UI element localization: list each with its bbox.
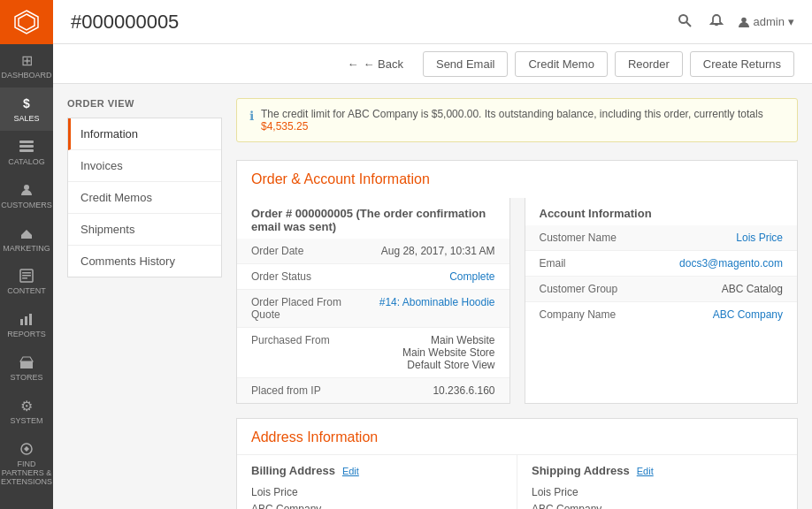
notifications-button[interactable] [706, 10, 727, 34]
send-email-label: Send Email [436, 57, 494, 71]
info-banner: ℹ The credit limit for ABC Company is $5… [236, 98, 798, 142]
sidebar-item-partners[interactable]: FIND PARTNERS & EXTENSIONS [0, 433, 53, 494]
system-icon: ⚙ [18, 397, 35, 414]
header-actions: admin ▾ [674, 10, 794, 34]
sidebar-item-catalog[interactable]: CATALOG [0, 131, 53, 174]
nav-item-invoices[interactable]: Invoices [68, 150, 221, 182]
address-section: Address Information Billing Address Edit… [236, 418, 798, 509]
svg-rect-9 [22, 275, 31, 277]
table-row: Company Name ABC Company [525, 302, 798, 328]
reorder-label: Reorder [628, 57, 670, 71]
sales-icon: $ [18, 95, 35, 112]
back-button[interactable]: ← ← Back [334, 52, 416, 76]
nav-item-shipments[interactable]: Shipments [68, 214, 221, 246]
table-row: Customer Name Lois Price [525, 225, 798, 251]
sidebar-item-reports[interactable]: REPORTS [0, 303, 53, 346]
svg-rect-6 [25, 235, 28, 239]
back-arrow-icon: ← [347, 57, 358, 71]
account-subtitle: Account Information [525, 198, 798, 225]
field-label: Customer Name [525, 225, 662, 251]
order-status-badge: Complete [449, 270, 494, 283]
svg-rect-14 [20, 361, 33, 368]
catalog-icon [18, 138, 35, 156]
table-row: Order Date Aug 28, 2017, 10:31 AM [237, 239, 509, 264]
sidebar-item-label: STORES [11, 374, 43, 383]
field-value: Complete [359, 264, 509, 290]
page-title: #000000005 [71, 11, 179, 34]
order-fields-table: Order Date Aug 28, 2017, 10:31 AM Order … [237, 239, 509, 403]
billing-address-title: Billing Address Edit [251, 464, 502, 477]
order-info-panel: Order # 000000005 (The order confirmatio… [236, 198, 510, 404]
sidebar-item-label: DASHBOARD [2, 72, 52, 80]
left-nav: ORDER VIEW Information Invoices Credit M… [67, 98, 222, 495]
sidebar-item-sales[interactable]: $ SALES [0, 87, 53, 131]
order-account-title: Order & Account Information [236, 160, 798, 198]
svg-rect-11 [20, 319, 23, 325]
create-returns-button[interactable]: Create Returns [690, 51, 794, 77]
field-value: #14: Abominable Hoodie [359, 290, 509, 328]
info-icon: ℹ [249, 109, 254, 123]
search-button[interactable] [674, 10, 695, 34]
sidebar-item-stores[interactable]: STORES [0, 346, 53, 390]
table-row: Order Placed From Quote #14: Abominable … [237, 290, 509, 328]
nav-item-comments-history[interactable]: Comments History [68, 246, 221, 277]
sidebar-item-dashboard[interactable]: ⊞ DASHBOARD [0, 44, 53, 87]
table-row: Email docs3@magento.com [525, 251, 798, 277]
shipping-edit-link[interactable]: Edit [637, 466, 654, 476]
field-label: Order Status [237, 264, 359, 290]
marketing-icon [18, 224, 35, 242]
svg-rect-10 [22, 277, 27, 279]
magento-logo-icon [13, 9, 40, 35]
account-info-panel: Account Information Customer Name Lois P… [525, 198, 799, 404]
field-value: ABC Catalog [661, 277, 797, 302]
sidebar-logo[interactable] [0, 0, 53, 44]
field-value: Lois Price [661, 225, 797, 251]
create-returns-label: Create Returns [703, 57, 781, 71]
admin-menu-button[interactable]: admin ▾ [738, 15, 794, 28]
field-value: Aug 28, 2017, 10:31 AM [359, 239, 509, 264]
field-value: 10.236.6.160 [359, 378, 509, 404]
email-link[interactable]: docs3@magento.com [679, 257, 783, 270]
table-row: Placed from IP 10.236.6.160 [237, 378, 509, 404]
reorder-button[interactable]: Reorder [615, 51, 683, 77]
dashboard-icon: ⊞ [18, 51, 35, 69]
field-label: Order Date [237, 239, 359, 264]
table-row: Customer Group ABC Catalog [525, 277, 798, 302]
billing-edit-link[interactable]: Edit [342, 466, 359, 476]
sidebar-item-marketing[interactable]: MARKETING [0, 217, 53, 261]
credit-memo-button[interactable]: Credit Memo [515, 51, 607, 77]
order-account-row: Order # 000000005 (The order confirmatio… [236, 198, 798, 404]
field-label: Placed from IP [237, 378, 359, 404]
order-subtitle: Order # 000000005 (The order confirmatio… [237, 198, 509, 239]
sidebar-item-label: SYSTEM [10, 417, 42, 426]
company-name-link[interactable]: ABC Company [713, 308, 783, 321]
reports-icon [18, 310, 35, 328]
sidebar-item-label: SALES [13, 115, 39, 124]
sidebar-item-system[interactable]: ⚙ SYSTEM [0, 390, 53, 433]
credit-memo-label: Credit Memo [528, 57, 594, 71]
field-label: Order Placed From Quote [237, 290, 359, 328]
back-label: ← Back [363, 57, 403, 71]
sidebar: ⊞ DASHBOARD $ SALES CATALOG CUSTOMERS MA… [0, 0, 53, 509]
partners-icon [18, 440, 35, 458]
shipping-address-text: Lois Price ABC Company 10 Filth Avenue, … [532, 484, 783, 509]
send-email-button[interactable]: Send Email [423, 51, 508, 77]
sidebar-item-customers[interactable]: CUSTOMERS [0, 174, 53, 217]
order-account-section: Order & Account Information Order # 0000… [236, 160, 798, 404]
shipping-address-title: Shipping Address Edit [532, 464, 783, 477]
nav-item-credit-memos[interactable]: Credit Memos [68, 182, 221, 214]
field-value: ABC Company [661, 302, 797, 328]
stores-icon [18, 353, 35, 371]
field-value: docs3@magento.com [661, 251, 797, 277]
customer-name-link[interactable]: Lois Price [736, 232, 783, 244]
sidebar-item-label: MARKETING [3, 245, 50, 254]
content-area: ORDER VIEW Information Invoices Credit M… [53, 84, 812, 509]
main-content: ℹ The credit limit for ABC Company is $5… [236, 98, 798, 495]
sidebar-item-label: CONTENT [7, 287, 46, 296]
top-header: #000000005 admin ▾ [53, 0, 812, 44]
nav-item-information[interactable]: Information [68, 118, 221, 150]
sidebar-item-label: CUSTOMERS [1, 201, 51, 210]
sidebar-item-content[interactable]: CONTENT [0, 260, 53, 303]
quote-link[interactable]: #14: Abominable Hoodie [379, 296, 495, 308]
action-bar: ← ← Back Send Email Credit Memo Reorder … [53, 44, 812, 84]
